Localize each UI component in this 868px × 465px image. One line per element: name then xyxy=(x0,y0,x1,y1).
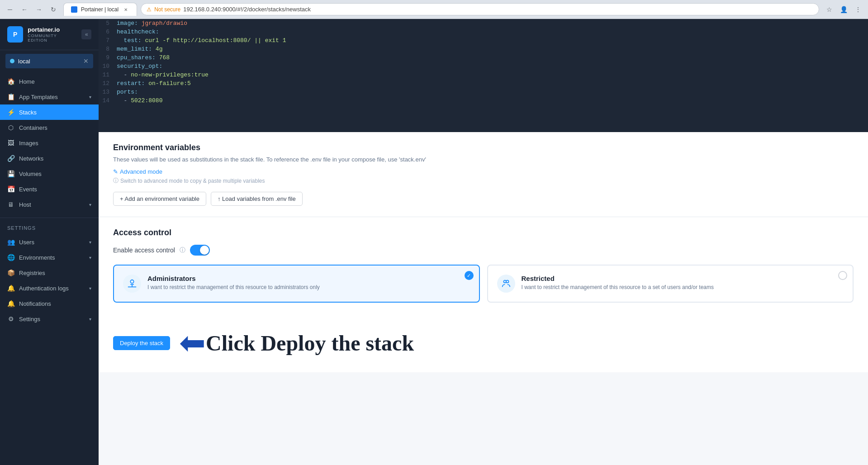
notifications-icon: 🔔 xyxy=(7,300,14,307)
administrators-card-desc: I want to restrict the management of thi… xyxy=(147,284,320,290)
click-annotation: ⬅ Click Deploy the stack xyxy=(179,324,414,361)
settings-section-title: Settings xyxy=(0,222,99,232)
main-nav: 🏠 Home 📋 App Templates ▾ ⚡ Stacks ⬡ Cont… xyxy=(0,72,99,214)
sidebar-item-label: Home xyxy=(19,78,35,85)
sidebar: P portainer.io COMMUNITY EDITION « local… xyxy=(0,19,99,465)
code-line: 11 - no-new-privileges:true xyxy=(99,71,868,79)
tab-favicon xyxy=(71,6,77,13)
forward-button[interactable]: → xyxy=(33,3,45,16)
sidebar-item-home[interactable]: 🏠 Home xyxy=(0,74,99,89)
sidebar-item-label: Authentication logs xyxy=(19,285,69,292)
active-tab[interactable]: Portainer | local ✕ xyxy=(63,3,137,16)
sidebar-item-auth-logs[interactable]: 🔔 Authentication logs ▾ xyxy=(0,280,99,296)
env-status-dot xyxy=(10,59,14,63)
restricted-icon xyxy=(497,275,515,293)
env-variables-desc: These values will be used as substitutio… xyxy=(113,156,854,163)
sidebar-item-events[interactable]: 📅 Events xyxy=(0,181,99,197)
sidebar-item-label: Events xyxy=(19,186,37,193)
settings-icon: ⚙ xyxy=(7,315,14,323)
administrators-card-title: Administrators xyxy=(147,275,320,282)
tab-title: Portainer | local xyxy=(81,6,119,13)
env-variables-title: Environment variables xyxy=(113,143,854,152)
menu-button[interactable]: ⋮ xyxy=(852,3,864,16)
logo-edition: COMMUNITY EDITION xyxy=(28,33,77,43)
auth-logs-icon: 🔔 xyxy=(7,285,14,292)
images-icon: 🖼 xyxy=(7,139,14,147)
code-line: 6 healthcheck: xyxy=(99,28,868,36)
sidebar-divider xyxy=(0,218,99,218)
restricted-card[interactable]: Restricted I want to restrict the manage… xyxy=(487,265,854,303)
sidebar-item-containers[interactable]: ⬡ Containers xyxy=(0,120,99,135)
sidebar-item-app-templates[interactable]: 📋 App Templates ▾ xyxy=(0,89,99,104)
back-button[interactable]: ← xyxy=(18,3,31,16)
code-line: 5 image: jgraph/drawio xyxy=(99,19,868,28)
add-env-variable-button[interactable]: + Add an environment variable xyxy=(113,192,206,206)
advanced-mode-link[interactable]: ✎ Advanced mode xyxy=(113,168,854,175)
security-icon: ⚠ xyxy=(147,6,152,13)
administrators-icon xyxy=(123,275,141,293)
sidebar-item-environments[interactable]: 🌐 Environments ▾ xyxy=(0,250,99,265)
browser-action-buttons: ☆ 👤 ⋮ xyxy=(823,3,864,16)
env-buttons: + Add an environment variable ↑ Load var… xyxy=(113,192,854,206)
switch-mode-hint: ⓘ Switch to advanced mode to copy & past… xyxy=(113,177,854,185)
restricted-card-desc: I want to restrict the management of thi… xyxy=(522,284,714,290)
reload-button[interactable]: ↻ xyxy=(47,3,60,16)
sidebar-item-label: Notifications xyxy=(19,300,51,307)
browser-nav-controls: ─ ← → ↻ xyxy=(4,3,60,16)
volumes-icon: 💾 xyxy=(7,170,14,177)
environment-section: local ✕ xyxy=(0,50,99,72)
switch-hint-text: Switch to advanced mode to copy & paste … xyxy=(120,178,265,184)
sidebar-collapse-button[interactable]: « xyxy=(81,29,91,39)
sidebar-item-settings[interactable]: ⚙ Settings ▾ xyxy=(0,311,99,327)
code-line: 14 - 5022:8080 xyxy=(99,96,868,105)
restricted-card-title: Restricted xyxy=(522,275,714,282)
address-bar[interactable]: ⚠ Not secure 192.168.0.240:9000/#!/2/doc… xyxy=(141,3,819,15)
access-control-cards: Administrators I want to restrict the ma… xyxy=(113,265,854,303)
chevron-down-icon: ▾ xyxy=(89,317,91,322)
actions-section: Deploy the stack ⬅ Click Deploy the stac… xyxy=(99,313,868,372)
logo-text-block: portainer.io COMMUNITY EDITION xyxy=(28,26,77,43)
env-variables-section: Environment variables These values will … xyxy=(99,132,868,217)
toggle-knob xyxy=(200,246,209,255)
minimize-button[interactable]: ─ xyxy=(4,3,16,16)
sidebar-item-stacks[interactable]: ⚡ Stacks xyxy=(0,104,99,120)
containers-icon: ⬡ xyxy=(7,124,14,131)
administrators-card[interactable]: Administrators I want to restrict the ma… xyxy=(113,265,480,303)
sidebar-item-host[interactable]: 🖥 Host ▾ xyxy=(0,197,99,212)
main-content: 5 image: jgraph/drawio 6 healthcheck: 7 … xyxy=(99,19,868,465)
app-templates-icon: 📋 xyxy=(7,93,14,100)
info-circle-icon: ⓘ xyxy=(113,177,119,185)
sidebar-item-registries[interactable]: 📦 Registries xyxy=(0,265,99,280)
profile-button[interactable]: 👤 xyxy=(837,3,850,16)
sidebar-item-images[interactable]: 🖼 Images xyxy=(0,135,99,151)
users-icon: 👥 xyxy=(7,238,14,246)
sidebar-item-users[interactable]: 👥 Users ▾ xyxy=(0,234,99,250)
deploy-stack-button[interactable]: Deploy the stack xyxy=(113,336,170,350)
events-icon: 📅 xyxy=(7,185,14,193)
code-editor[interactable]: 5 image: jgraph/drawio 6 healthcheck: 7 … xyxy=(99,19,868,132)
chevron-down-icon: ▾ xyxy=(89,240,91,245)
security-text: Not secure xyxy=(154,6,180,13)
settings-nav: 👥 Users ▾ 🌐 Environments ▾ 📦 Registries … xyxy=(0,232,99,328)
sidebar-item-notifications[interactable]: 🔔 Notifications xyxy=(0,296,99,311)
code-line: 9 cpu_shares: 768 xyxy=(99,53,868,62)
sidebar-item-volumes[interactable]: 💾 Volumes xyxy=(0,166,99,181)
code-line: 8 mem_limit: 4g xyxy=(99,45,868,53)
load-env-file-button[interactable]: ↑ Load variables from .env file xyxy=(211,192,303,206)
browser-chrome: ─ ← → ↻ Portainer | local ✕ ⚠ Not secure… xyxy=(0,0,868,19)
sidebar-item-label: Volumes xyxy=(19,171,42,177)
edit-icon: ✎ xyxy=(113,168,118,175)
env-name-label: local xyxy=(18,58,80,65)
registries-icon: 📦 xyxy=(7,269,14,276)
sidebar-item-label: Environments xyxy=(19,254,55,261)
access-control-toggle[interactable] xyxy=(190,245,210,256)
bookmark-button[interactable]: ☆ xyxy=(823,3,835,16)
env-close-button[interactable]: ✕ xyxy=(83,57,89,65)
access-control-toggle-row: Enable access control ⓘ xyxy=(113,245,854,256)
sidebar-item-label: Settings xyxy=(19,316,40,323)
click-annotation-text: Click Deploy the stack xyxy=(206,331,414,356)
env-variables-inner: Environment variables These values will … xyxy=(99,132,868,217)
tab-close-button[interactable]: ✕ xyxy=(122,6,129,13)
access-control-title: Access control xyxy=(113,228,854,237)
sidebar-item-networks[interactable]: 🔗 Networks xyxy=(0,151,99,166)
